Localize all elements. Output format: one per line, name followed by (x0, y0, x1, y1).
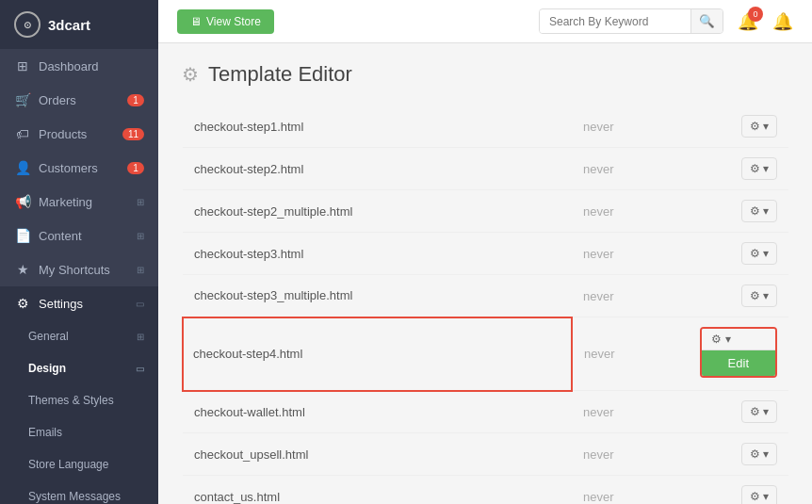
file-date: never (572, 106, 689, 148)
page-title: ⚙ Template Editor (182, 62, 788, 87)
gear-icon: ⚙ (750, 405, 760, 418)
gear-icon: ⚙ (750, 447, 760, 461)
action-gear-icon: ⚙ (711, 333, 722, 346)
file-actions[interactable]: ⚙ ▾ (689, 391, 788, 433)
sidebar-item-marketing[interactable]: 📢 Marketing ⊞ (0, 185, 158, 219)
gear-row[interactable]: ⚙ ▾ (702, 329, 775, 350)
shortcuts-icon: ★ (14, 262, 31, 277)
sidebar-item-orders[interactable]: 🛒 Orders 1 (0, 83, 158, 117)
file-date: never (572, 148, 689, 190)
marketing-icon: 📢 (14, 194, 31, 209)
table-row: checkout-wallet.html never ⚙ ▾ (183, 391, 788, 433)
table-row: checkout-step4.html never ⚙ ▾ Edit (183, 317, 788, 391)
dropdown-icon: ▾ (763, 120, 769, 133)
table-row: checkout-step2.html never ⚙ ▾ (183, 148, 788, 190)
gear-icon: ⚙ (750, 162, 760, 175)
dropdown-icon: ▾ (763, 247, 769, 260)
settings-expand-icon: ▭ (136, 299, 144, 309)
action-gear-button[interactable]: ⚙ ▾ (741, 200, 777, 222)
subnav-system-messages[interactable]: System Messages (0, 480, 158, 504)
subnav-label: Emails (28, 426, 62, 439)
file-actions[interactable]: ⚙ ▾ (689, 190, 788, 233)
sidebar-item-products[interactable]: 🏷 Products 11 (0, 117, 158, 151)
action-gear-button[interactable]: ⚙ ▾ (741, 115, 777, 138)
logo-text: 3dcart (48, 17, 90, 33)
action-gear-button[interactable]: ⚙ ▾ (741, 285, 777, 307)
table-row: checkout-step3.html never ⚙ ▾ (183, 233, 788, 275)
sidebar-item-dashboard[interactable]: ⊞ Dashboard (0, 49, 158, 83)
action-gear-button[interactable]: ⚙ ▾ (741, 443, 777, 465)
subnav-emails[interactable]: Emails (0, 416, 158, 448)
alert-icon[interactable]: 🔔 (772, 11, 793, 32)
topbar: 🖥 View Store 🔍 🔔 0 🔔 (158, 0, 812, 43)
search-input[interactable] (540, 10, 690, 33)
file-name: checkout_upsell.html (183, 433, 572, 476)
dropdown-icon: ▾ (763, 490, 769, 503)
file-date: never (572, 433, 689, 476)
search-button[interactable]: 🔍 (690, 9, 723, 33)
subnav-label: Store Language (28, 458, 108, 471)
sidebar-item-label: Settings (39, 297, 83, 311)
content-area: ⚙ Template Editor checkout-step1.html ne… (158, 43, 812, 504)
expand-icon: ⊞ (137, 332, 144, 342)
orders-icon: 🛒 (14, 92, 31, 107)
orders-badge: 1 (127, 94, 144, 106)
customers-icon: 👤 (14, 160, 31, 175)
logo-icon: ⊙ (14, 11, 41, 38)
file-table: checkout-step1.html never ⚙ ▾ checkout-s… (182, 106, 788, 504)
file-date: never (572, 476, 689, 505)
subnav-label: Themes & Styles (28, 394, 114, 407)
subnav-label: General (28, 330, 69, 343)
sidebar-item-customers[interactable]: 👤 Customers 1 (0, 151, 158, 185)
action-gear-button[interactable]: ⚙ ▾ (741, 485, 777, 504)
logo[interactable]: ⊙ 3dcart (0, 0, 158, 49)
sidebar-item-settings[interactable]: ⚙ Settings ▭ (0, 286, 158, 320)
gear-icon: ⚙ (750, 289, 760, 302)
file-actions[interactable]: ⚙ ▾ (689, 233, 788, 275)
subnav-general[interactable]: General ⊞ (0, 320, 158, 352)
dropdown-icon: ▾ (763, 204, 769, 218)
file-actions[interactable]: ⚙ ▾ (689, 148, 788, 190)
notification-badge: 0 (748, 7, 763, 22)
sidebar: ⊙ 3dcart ⊞ Dashboard 🛒 Orders 1 🏷 Produc… (0, 0, 158, 504)
action-gear-button[interactable]: ⚙ ▾ (741, 400, 777, 423)
file-name: checkout-wallet.html (183, 391, 572, 433)
file-name: checkout-step1.html (183, 106, 572, 148)
gear-icon: ⚙ (750, 204, 760, 218)
action-dropdown: ⚙ ▾ Edit (700, 327, 777, 378)
action-gear-button[interactable]: ⚙ ▾ (741, 157, 777, 180)
view-store-button[interactable]: 🖥 View Store (177, 9, 274, 34)
sidebar-item-my-shortcuts[interactable]: ★ My Shortcuts ⊞ (0, 252, 158, 286)
expand-icon: ⊞ (137, 197, 144, 207)
file-date: never (572, 317, 689, 391)
table-row: contact_us.html never ⚙ ▾ (183, 476, 788, 505)
file-actions[interactable]: ⚙ ▾ (689, 433, 788, 476)
sidebar-item-content[interactable]: 📄 Content ⊞ (0, 219, 158, 252)
file-date: never (572, 190, 689, 233)
file-actions[interactable]: ⚙ ▾ (689, 476, 788, 505)
file-actions[interactable]: ⚙ ▾ (689, 275, 788, 317)
settings-subnav: General ⊞ Design ▭ Themes & Styles Email… (0, 320, 158, 504)
file-actions: ⚙ ▾ Edit (689, 317, 788, 391)
subnav-themes[interactable]: Themes & Styles (0, 384, 158, 416)
sidebar-item-label: Content (39, 229, 82, 243)
edit-button[interactable]: Edit (702, 350, 775, 376)
dashboard-icon: ⊞ (14, 58, 31, 73)
subnav-store-language[interactable]: Store Language (0, 448, 158, 480)
subnav-label: System Messages (28, 490, 121, 503)
gear-icon: ⚙ (750, 120, 760, 133)
notification-icon[interactable]: 🔔 0 (738, 11, 758, 32)
action-gear-button[interactable]: ⚙ ▾ (741, 242, 777, 265)
sidebar-item-label: Orders (39, 93, 76, 107)
table-row: checkout_upsell.html never ⚙ ▾ (183, 433, 788, 476)
content-icon: 📄 (14, 228, 31, 243)
subnav-design[interactable]: Design ▭ (0, 352, 158, 384)
sidebar-item-label: Dashboard (39, 59, 99, 73)
sidebar-item-label: Products (39, 127, 87, 141)
file-date: never (572, 233, 689, 275)
monitor-icon: 🖥 (190, 15, 202, 28)
file-name: checkout-step4.html (183, 317, 572, 391)
file-actions[interactable]: ⚙ ▾ (689, 106, 788, 148)
sidebar-item-label: Customers (39, 161, 98, 175)
file-name: checkout-step3.html (183, 233, 572, 275)
